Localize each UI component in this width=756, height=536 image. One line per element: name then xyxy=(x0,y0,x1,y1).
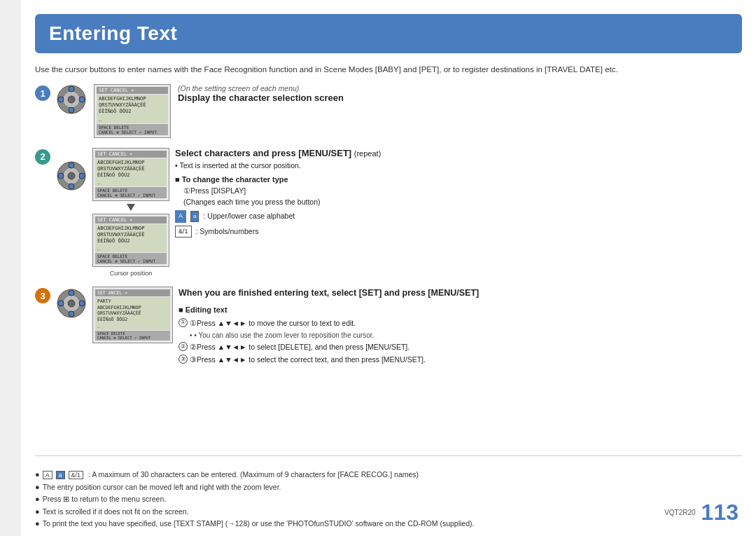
svg-point-12 xyxy=(79,173,85,179)
editing-2: ② ②Press ▲▼◄► to select [DELETE], and th… xyxy=(178,342,479,353)
svg-point-9 xyxy=(69,163,74,168)
step-1-title: Display the character selection screen xyxy=(178,92,742,103)
screen-mockup-3: SET ANCEL × PARTYABCDEFGHIJKLMNOPQRSTUVW… xyxy=(92,287,173,343)
editing-title: ■ Editing text xyxy=(178,304,479,316)
circle-3: ③ xyxy=(178,355,188,364)
arrow-down-icon xyxy=(127,204,135,211)
page-container: Entering Text Use the cursor buttons to … xyxy=(0,0,756,536)
circle-2: ② xyxy=(178,342,188,351)
svg-point-5 xyxy=(79,97,85,102)
footer-note-3: ● Press ⊞ to return to the menu screen. xyxy=(35,493,742,506)
change-type-title: ■ To change the character type xyxy=(175,174,742,186)
svg-point-18 xyxy=(69,311,74,317)
divider xyxy=(35,455,742,456)
step-2-text: Select characters and press [MENU/SET] (… xyxy=(175,148,742,238)
screen-mockup-1: SET CANCEL × ABCDEFGHIJKLMNOPQRSTUVWXYZÄ… xyxy=(94,84,171,137)
badge-sym-label: : Symbols/numbers xyxy=(196,226,259,238)
title-banner: Entering Text xyxy=(35,14,742,53)
svg-point-4 xyxy=(58,97,64,102)
left-sidebar xyxy=(0,0,21,536)
editing-1: ① ①Press ▲▼◄► to move the cursor to text… xyxy=(178,318,479,329)
step-1-subtitle: (On the setting screen of each menu) xyxy=(178,84,742,92)
svg-point-21 xyxy=(68,300,75,307)
footer-notes: ● A a &/1 : A maximum of 30 characters c… xyxy=(21,463,756,536)
footer-note-5: ● To print the text you have specified, … xyxy=(35,518,742,530)
intro-text: Use the cursor buttons to enter names wi… xyxy=(21,64,756,84)
svg-point-10 xyxy=(69,184,74,189)
version-code: VQT2R20 xyxy=(664,509,695,516)
dial-icon-3 xyxy=(56,288,87,319)
step-2: 2 SET CANCEL × xyxy=(35,148,742,277)
svg-point-6 xyxy=(68,96,75,103)
step-number-1: 1 xyxy=(35,85,50,101)
dial-icon-1 xyxy=(56,84,87,115)
badge-a: a xyxy=(190,211,199,222)
footer-note-3-text: Press ⊞ to return to the menu screen. xyxy=(43,493,167,505)
footer-note-4-text: Text is scrolled if it does not fit on t… xyxy=(43,506,189,518)
step-3-title: When you are finished entering text, sel… xyxy=(178,287,479,300)
screen-mockup-2a: SET CANCEL × ABCDEFGHIJKLMNOPQRSTUVWXYZÄ… xyxy=(92,148,169,201)
step-3-text: When you are finished entering text, sel… xyxy=(178,287,479,366)
step-number-3: 3 xyxy=(35,288,50,303)
footer-note-1: ● A a &/1 : A maximum of 30 characters c… xyxy=(35,469,742,481)
footer-note-4: ● Text is scrolled if it does not fit on… xyxy=(35,506,742,518)
editing-3: ③ ③Press ▲▼◄► to select the correct text… xyxy=(178,355,479,366)
badge-row-symbols: &/1 : Symbols/numbers xyxy=(175,226,742,238)
footer-note-2-text: The entry position cursor can be moved l… xyxy=(43,481,281,493)
step-number-2: 2 xyxy=(35,149,50,165)
screen-mockup-2b: SET CANCEL × ABCDEFGHIJKLMNOPQRSTUVWXYZÄ… xyxy=(92,214,169,267)
change-type-step1: ①Press [DISPLAY] xyxy=(183,186,742,197)
svg-point-3 xyxy=(69,107,74,113)
step-1-text: (On the setting screen of each menu) Dis… xyxy=(178,84,742,105)
svg-point-20 xyxy=(79,301,85,306)
badge-sym: &/1 xyxy=(175,226,192,238)
page-title: Entering Text xyxy=(49,22,728,45)
badge-upper-label: : Upper/lower case alphabet xyxy=(203,211,295,222)
step-2-right: • Text is inserted at the cursor positio… xyxy=(175,160,742,238)
editing-1b: • • You can also use the zoom lever to r… xyxy=(190,330,479,341)
footer-note-1-text: A a &/1 : A maximum of 30 characters can… xyxy=(43,469,419,481)
page-number: 113 xyxy=(701,500,738,525)
step-1-content: SET CANCEL × ABCDEFGHIJKLMNOPQRSTUVWXYZÄ… xyxy=(56,84,742,137)
svg-point-13 xyxy=(68,172,75,179)
svg-point-11 xyxy=(58,173,64,179)
steps-container: 1 SET CANCEL × ABCDE xyxy=(21,84,756,448)
circle-1: ① xyxy=(178,318,188,327)
footer-note-2: ● The entry position cursor can be moved… xyxy=(35,481,742,494)
cursor-label: Cursor position xyxy=(110,270,153,277)
svg-point-17 xyxy=(69,290,74,296)
svg-point-2 xyxy=(69,86,74,92)
badge-A: A xyxy=(175,210,186,223)
step-1: 1 SET CANCEL × ABCDE xyxy=(35,84,742,137)
step-2-title: Select characters and press [MENU/SET] (… xyxy=(175,148,742,158)
footer-note-5-text: To print the text you have specified, us… xyxy=(43,518,475,530)
change-type-step1b: (Changes each time you press the button) xyxy=(183,197,742,208)
page-number-area: VQT2R20 113 xyxy=(664,500,738,525)
main-content: Entering Text Use the cursor buttons to … xyxy=(21,0,756,536)
svg-point-19 xyxy=(58,301,64,306)
step-2-screens: SET CANCEL × ABCDEFGHIJKLMNOPQRSTUVWXYZÄ… xyxy=(92,148,169,277)
dial-icon-2 xyxy=(56,160,87,191)
step-3: 3 SET ANCEL × PARTYA xyxy=(35,287,742,366)
badge-row-upper: A a : Upper/lower case alphabet xyxy=(175,210,742,223)
svg-marker-14 xyxy=(127,204,135,211)
